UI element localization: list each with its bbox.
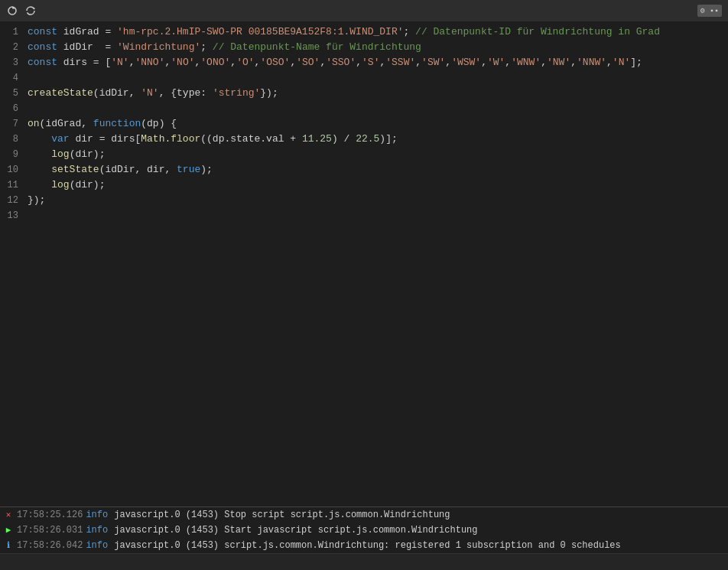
code-line: 6: [0, 101, 728, 116]
log-timestamp: 17:58:26.031: [17, 523, 83, 538]
line-content: });: [28, 193, 45, 208]
log-line: ℹ17:58:26.042infojavascript.0 (1453) scr…: [0, 538, 728, 553]
line-content: setState(idDir, dir, true);: [28, 162, 213, 178]
token: ,: [415, 57, 421, 68]
line-number: 6: [0, 101, 28, 116]
token: 'N': [141, 87, 158, 99]
badge: ⚙ ▪▪: [697, 5, 722, 17]
line-content: log(dir);: [28, 147, 105, 162]
log-text: javascript.0 (1453) Stop script script.j…: [114, 507, 450, 523]
token: 'SSW': [385, 57, 415, 68]
token: ) /: [332, 133, 356, 145]
token: idGrad =: [57, 26, 117, 37]
token: , {type:: [159, 87, 213, 99]
token: (dp) {: [141, 118, 177, 129]
play-icon: ▶: [3, 525, 14, 536]
log-timestamp: 17:58:26.042: [17, 538, 83, 553]
token: log: [51, 179, 69, 191]
log-level: info: [86, 523, 108, 538]
log-timestamp: 17:58:25.126: [17, 507, 83, 523]
line-content: log(dir);: [28, 178, 105, 193]
token: 'string': [213, 87, 260, 99]
token: const: [28, 41, 57, 53]
code-line: 7on(idGrad, function(dp) {: [0, 116, 728, 132]
token: ,: [481, 57, 487, 68]
svg-marker-1: [34, 8, 35, 10]
log-level: info: [86, 507, 108, 523]
token: dir = dirs[: [70, 133, 141, 145]
token: ,: [445, 57, 451, 68]
token: 'Windrichtung': [117, 41, 200, 53]
log-area: ✕17:58:25.126infojavascript.0 (1453) Sto…: [0, 506, 728, 553]
line-number: 5: [0, 86, 28, 101]
line-number: 1: [0, 24, 28, 40]
line-number: 7: [0, 116, 28, 132]
log-line: ✕17:58:25.126infojavascript.0 (1453) Sto…: [0, 507, 728, 523]
token: // Datenpunkt-Name für Windrichtung: [213, 41, 421, 53]
token: [28, 164, 51, 175]
token: 'NNW': [577, 57, 606, 68]
token: 'WSW': [451, 57, 481, 68]
token: function: [93, 118, 141, 129]
code-line: 8 var dir = dirs[Math.floor((dp.state.va…: [0, 132, 728, 147]
token: (idDir, dir,: [99, 164, 177, 175]
line-content: const idDir = 'Windrichtung'; // Datenpu…: [28, 40, 421, 55]
token: true: [177, 164, 200, 175]
token: ,: [541, 57, 547, 68]
reload-icon[interactable]: [24, 5, 37, 17]
token: ((dp.state.val +: [200, 133, 302, 145]
code-line: 2const idDir = 'Windrichtung'; // Datenp…: [0, 40, 728, 55]
code-line: 4: [0, 70, 728, 86]
log-line: ▶17:58:26.031infojavascript.0 (1453) Sta…: [0, 523, 728, 538]
token: (idGrad,: [40, 118, 93, 129]
code-line: 3const dirs = ['N','NNO','NO','ONO','O',…: [0, 55, 728, 70]
token: 'NO': [171, 57, 194, 68]
line-number: 12: [0, 193, 28, 208]
token: 'NNO': [135, 57, 164, 68]
code-line: 11 log(dir);: [0, 178, 728, 193]
token: (dir);: [70, 179, 106, 191]
token: ;: [200, 41, 213, 53]
token: on: [28, 118, 40, 129]
line-content: var dir = dirs[Math.floor((dp.state.val …: [28, 132, 398, 147]
token: )];: [379, 133, 397, 145]
log-input[interactable]: [3, 557, 725, 568]
stop-icon: ✕: [3, 510, 14, 520]
info-icon: ℹ: [3, 540, 14, 551]
token: 'SSO': [326, 57, 356, 68]
token: 'NW': [547, 57, 570, 68]
log-text: javascript.0 (1453) Start javascript scr…: [114, 523, 477, 538]
token: 'N': [111, 57, 128, 68]
token: ,: [570, 57, 577, 68]
token: [28, 148, 51, 160]
line-number: 4: [0, 70, 28, 86]
code-line: 9 log(dir);: [0, 147, 728, 162]
line-number: 11: [0, 178, 28, 193]
token: var: [51, 133, 69, 145]
token: 22.5: [356, 133, 379, 145]
refresh-icon[interactable]: [6, 5, 18, 17]
line-number: 2: [0, 40, 28, 55]
token: log: [51, 148, 69, 160]
code-line: 12});: [0, 193, 728, 208]
token: );: [200, 164, 213, 175]
token: ,: [230, 57, 236, 68]
token: 'ONO': [200, 57, 230, 68]
code-line: 13: [0, 208, 728, 223]
token: Math.floor: [141, 133, 200, 145]
code-line: 10 setState(idDir, dir, true);: [0, 162, 728, 178]
log-input-row: [0, 553, 728, 570]
token: const: [28, 57, 57, 68]
line-number: 8: [0, 132, 28, 147]
token: [28, 179, 51, 191]
code-line: 1const idGrad = 'hm-rpc.2.HmIP-SWO-PR 00…: [0, 24, 728, 40]
token: createState: [28, 87, 93, 99]
token: // Datenpunkt-ID für Windrichtung in Gra…: [415, 26, 660, 37]
token: ,: [356, 57, 362, 68]
token: (dir);: [70, 148, 106, 160]
line-number: 3: [0, 55, 28, 70]
token: 'W': [487, 57, 505, 68]
line-content: on(idGrad, function(dp) {: [28, 116, 177, 132]
token: 'OSO': [260, 57, 290, 68]
token: const: [28, 26, 57, 37]
